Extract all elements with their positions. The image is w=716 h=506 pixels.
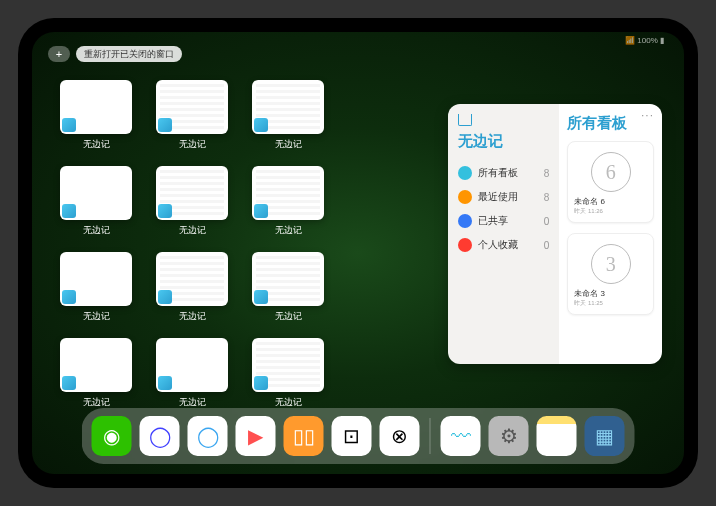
window-thumbnail[interactable]	[252, 80, 324, 134]
board-card[interactable]: 3未命名 3昨天 11:25	[567, 233, 654, 315]
freeform-icon	[158, 290, 172, 304]
app-window-label: 无边记	[83, 224, 110, 237]
sidebar-item-最近使用[interactable]: 最近使用8	[458, 185, 549, 209]
dock-icon-books[interactable]: ▯▯	[284, 416, 324, 456]
status-bar: 📶 100% ▮	[625, 36, 664, 45]
freeform-icon	[254, 290, 268, 304]
sidebar-item-count: 0	[544, 240, 550, 251]
window-thumbnail[interactable]	[60, 80, 132, 134]
app-window-label: 无边记	[83, 310, 110, 323]
board-subtitle: 昨天 11:26	[574, 207, 647, 216]
panel-title-left: 无边记	[458, 132, 549, 151]
app-window-grid: 无边记无边记无边记无边记无边记无边记无边记无边记无边记无边记无边记无边记	[60, 80, 420, 410]
freeform-icon	[254, 376, 268, 390]
sidebar-item-icon	[458, 238, 472, 252]
app-window[interactable]: 无边记	[156, 338, 228, 410]
new-window-button[interactable]: +	[48, 46, 70, 62]
more-button[interactable]: ···	[641, 108, 654, 122]
app-window-label: 无边记	[83, 138, 110, 151]
app-window[interactable]: 无边记	[156, 80, 228, 152]
top-buttons: + 重新打开已关闭的窗口	[48, 46, 182, 62]
panel-sidebar: 无边记 所有看板8最近使用8已共享0个人收藏0	[448, 104, 559, 364]
sidebar-item-count: 0	[544, 216, 550, 227]
app-window[interactable]: 无边记	[252, 252, 324, 324]
board-card[interactable]: 6未命名 6昨天 11:26	[567, 141, 654, 223]
sidebar-item-所有看板[interactable]: 所有看板8	[458, 161, 549, 185]
board-subtitle: 昨天 11:25	[574, 299, 647, 308]
window-thumbnail[interactable]	[60, 166, 132, 220]
app-window[interactable]: 无边记	[252, 338, 324, 410]
freeform-icon	[254, 204, 268, 218]
freeform-icon	[158, 118, 172, 132]
app-window-label: 无边记	[179, 138, 206, 151]
dock-icon-dice[interactable]: ⊡	[332, 416, 372, 456]
panel-content: ··· 所有看板 6未命名 6昨天 11:263未命名 3昨天 11:25	[559, 104, 662, 364]
board-title: 未命名 3	[574, 288, 647, 299]
app-window[interactable]: 无边记	[60, 338, 132, 410]
dock-icon-notes[interactable]	[537, 416, 577, 456]
sidebar-item-label: 个人收藏	[478, 238, 518, 252]
window-thumbnail[interactable]	[156, 252, 228, 306]
sidebar-item-icon	[458, 166, 472, 180]
dock-icon-browser2[interactable]: ◯	[188, 416, 228, 456]
window-thumbnail[interactable]	[252, 252, 324, 306]
window-thumbnail[interactable]	[60, 252, 132, 306]
freeform-icon	[158, 204, 172, 218]
dock-icon-browser1[interactable]: ◯	[140, 416, 180, 456]
dock-separator	[430, 418, 431, 454]
app-window[interactable]: 无边记	[60, 166, 132, 238]
app-window[interactable]: 无边记	[252, 166, 324, 238]
dock-icon-wechat[interactable]: ◉	[92, 416, 132, 456]
board-thumbnail: 6	[591, 152, 631, 192]
app-window-label: 无边记	[275, 224, 302, 237]
dock-icon-settings[interactable]: ⚙	[489, 416, 529, 456]
dock-icon-library[interactable]: ▦	[585, 416, 625, 456]
sidebar-item-label: 所有看板	[478, 166, 518, 180]
dock-icon-connect[interactable]: ⊗	[380, 416, 420, 456]
freeform-app-icon	[458, 114, 472, 126]
ipad-frame: 📶 100% ▮ + 重新打开已关闭的窗口 无边记无边记无边记无边记无边记无边记…	[18, 18, 698, 488]
window-thumbnail[interactable]	[60, 338, 132, 392]
app-window-label: 无边记	[179, 224, 206, 237]
sidebar-item-个人收藏[interactable]: 个人收藏0	[458, 233, 549, 257]
sidebar-item-label: 最近使用	[478, 190, 518, 204]
freeform-icon	[158, 376, 172, 390]
app-window[interactable]: 无边记	[60, 252, 132, 324]
app-window[interactable]: 无边记	[60, 80, 132, 152]
app-window-label: 无边记	[179, 310, 206, 323]
sidebar-item-icon	[458, 190, 472, 204]
freeform-icon	[62, 376, 76, 390]
window-thumbnail[interactable]	[252, 166, 324, 220]
sidebar-item-count: 8	[544, 192, 550, 203]
window-thumbnail[interactable]	[156, 166, 228, 220]
app-window-label: 无边记	[275, 138, 302, 151]
freeform-icon	[62, 290, 76, 304]
dock: ◉◯◯▶▯▯⊡⊗〰⚙▦	[82, 408, 635, 464]
app-window[interactable]: 无边记	[156, 166, 228, 238]
app-window-label: 无边记	[275, 310, 302, 323]
board-thumbnail: 3	[591, 244, 631, 284]
battery-indicator: 📶 100% ▮	[625, 36, 664, 45]
sidebar-item-label: 已共享	[478, 214, 508, 228]
sidebar-item-icon	[458, 214, 472, 228]
reopen-closed-window-button[interactable]: 重新打开已关闭的窗口	[76, 46, 182, 62]
freeform-icon	[254, 118, 268, 132]
window-thumbnail[interactable]	[156, 80, 228, 134]
freeform-panel[interactable]: 无边记 所有看板8最近使用8已共享0个人收藏0 ··· 所有看板 6未命名 6昨…	[448, 104, 662, 364]
window-thumbnail[interactable]	[252, 338, 324, 392]
screen: 📶 100% ▮ + 重新打开已关闭的窗口 无边记无边记无边记无边记无边记无边记…	[32, 32, 684, 474]
dock-icon-video[interactable]: ▶	[236, 416, 276, 456]
window-thumbnail[interactable]	[156, 338, 228, 392]
app-window[interactable]: 无边记	[156, 252, 228, 324]
freeform-icon	[62, 118, 76, 132]
freeform-icon	[62, 204, 76, 218]
sidebar-item-count: 8	[544, 168, 550, 179]
dock-icon-freeform[interactable]: 〰	[441, 416, 481, 456]
sidebar-item-已共享[interactable]: 已共享0	[458, 209, 549, 233]
app-window[interactable]: 无边记	[252, 80, 324, 152]
board-title: 未命名 6	[574, 196, 647, 207]
